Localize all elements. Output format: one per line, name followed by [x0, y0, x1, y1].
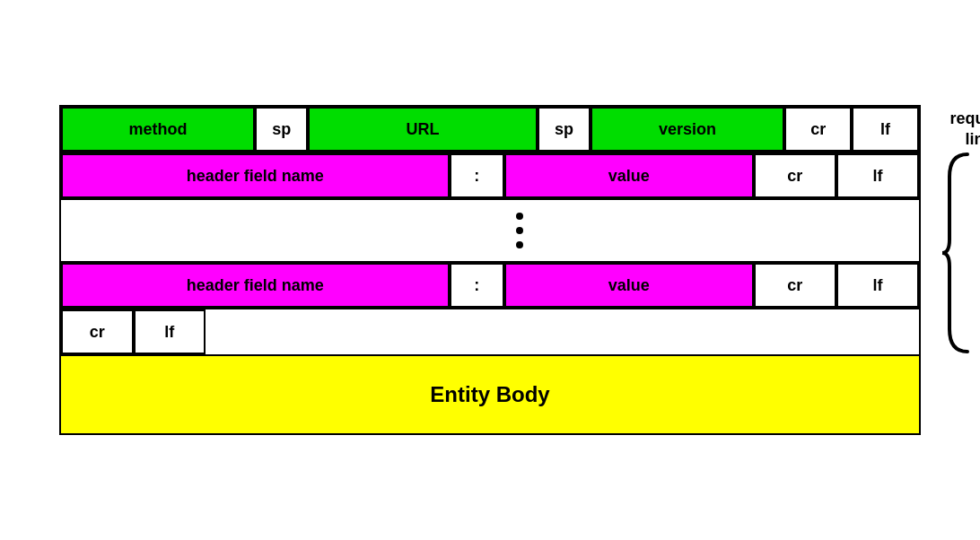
cr3-cell: cr: [754, 263, 836, 308]
lf3-cell: lf: [836, 263, 919, 308]
header-line-n-row: header field name : value cr lf: [59, 261, 921, 308]
dot-2: [516, 227, 523, 234]
lf1-cell: lf: [852, 107, 919, 152]
header-line-1-row: header field name : value cr lf: [59, 152, 921, 198]
colon-2: :: [450, 263, 504, 308]
value-1: value: [504, 153, 754, 198]
dot-1: [516, 213, 523, 220]
empty-line-row: cr lf: [59, 308, 921, 354]
header-field-name-1: header field name: [61, 153, 450, 198]
sp2-cell: sp: [538, 107, 591, 152]
brace-icon: [941, 150, 976, 356]
request-line-annotation: requestline: [930, 109, 980, 151]
header-lines-brace-container: headerlines: [941, 150, 980, 356]
dots-row: [59, 198, 921, 261]
cr2-cell: cr: [754, 153, 836, 198]
entity-body-row: Entity Body: [59, 354, 921, 435]
lf5-cell: lf: [134, 309, 206, 354]
version-cell: version: [591, 107, 784, 152]
empty-cell: [206, 309, 919, 354]
cr1-cell: cr: [784, 107, 852, 152]
value-2: value: [504, 263, 754, 308]
entity-body-label: Entity Body: [430, 382, 549, 407]
method-cell: method: [61, 107, 255, 152]
sp1-cell: sp: [255, 107, 308, 152]
lf2-cell: lf: [836, 153, 919, 198]
request-line-text: requestline: [949, 109, 980, 148]
cr5-cell: cr: [61, 309, 134, 354]
header-field-name-2: header field name: [61, 263, 450, 308]
dots-cell: [500, 205, 539, 256]
colon-1: :: [450, 153, 504, 198]
url-cell: URL: [308, 107, 537, 152]
dot-3: [516, 241, 523, 248]
request-line-row: method sp URL sp version cr lf: [59, 105, 921, 152]
